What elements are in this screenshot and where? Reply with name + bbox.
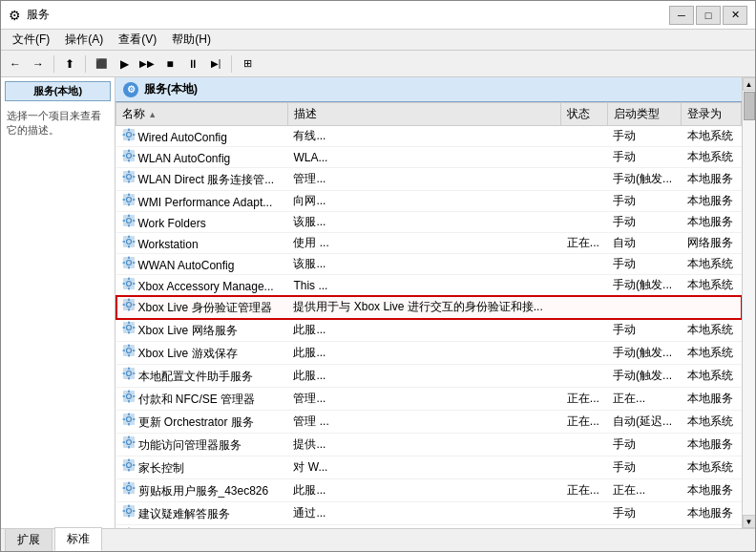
table-row[interactable]: Wired AutoConfig有线...手动本地系统 <box>116 126 742 147</box>
cell-logon: 本地系统 <box>682 342 742 365</box>
svg-rect-98 <box>128 482 130 485</box>
table-row[interactable]: WWAN AutoConfig该服...手动本地系统 <box>116 254 742 275</box>
minimize-button[interactable]: ─ <box>669 6 694 25</box>
table-row[interactable]: WLAN AutoConfigWLA...手动本地系统 <box>116 147 742 168</box>
svg-rect-17 <box>133 176 136 178</box>
toolbar-forward[interactable]: → <box>28 53 49 74</box>
col-name[interactable]: 名称 ▲ <box>116 103 288 126</box>
table-row[interactable]: 功能访问管理器服务提供...手动本地服务 <box>116 434 742 456</box>
menu-view[interactable]: 查看(V) <box>111 30 164 50</box>
scroll-up-arrow[interactable]: ▲ <box>743 77 756 91</box>
toolbar-stop[interactable]: ■ <box>159 53 180 74</box>
col-desc[interactable]: 描述 <box>287 103 560 126</box>
toolbar-btn1[interactable]: ⬛ <box>91 53 112 74</box>
svg-rect-53 <box>133 304 136 306</box>
cell-logon: 本地系统 <box>682 365 742 388</box>
scroll-thumb[interactable] <box>744 92 755 120</box>
cell-name: WWAN AutoConfig <box>116 254 288 275</box>
cell-starttype: 正在... <box>607 388 682 411</box>
svg-rect-33 <box>128 245 130 248</box>
tab-expand[interactable]: 扩展 <box>5 528 52 551</box>
toolbar-properties[interactable]: ⊞ <box>237 53 258 74</box>
cell-status <box>561 319 607 342</box>
cell-name: 剪贴板用户服务_43ec826 <box>116 479 288 502</box>
cell-desc: WLA... <box>287 147 560 168</box>
svg-rect-26 <box>128 215 130 218</box>
table-row[interactable]: 付款和 NFC/SE 管理器管理...正在...正在...本地服务 <box>116 388 742 411</box>
title-bar-text: 服务 <box>27 7 50 23</box>
cell-logon <box>682 296 742 319</box>
toolbar-play2[interactable]: ▶▶ <box>136 53 158 74</box>
cell-status <box>561 212 607 233</box>
toolbar-back[interactable]: ← <box>5 53 26 74</box>
svg-rect-27 <box>128 224 130 227</box>
table-row[interactable]: Xbox Accessory Manage...This ...手动(触发...… <box>116 275 742 296</box>
cell-desc: This ... <box>287 275 560 296</box>
cell-starttype: 手动(触发... <box>607 342 682 365</box>
table-row[interactable]: Work Folders该服...手动本地服务 <box>116 212 742 233</box>
toolbar-pause[interactable]: ⏸ <box>182 53 203 74</box>
cell-starttype: 正在... <box>607 479 682 502</box>
cell-desc: 使用 ... <box>287 233 560 254</box>
menu-help[interactable]: 帮助(H) <box>164 30 219 50</box>
cell-desc: 此服... <box>287 319 560 342</box>
table-row[interactable]: 本地配置文件助手服务此服...手动(触发...本地系统 <box>116 365 742 388</box>
sidebar-title: 服务(本地) <box>5 81 111 101</box>
cell-logon: 本地服务 <box>682 191 742 212</box>
tab-standard[interactable]: 标准 <box>54 527 102 551</box>
cell-desc: 提供... <box>287 434 560 456</box>
col-status[interactable]: 状态 <box>561 103 607 126</box>
table-row[interactable]: 剪贴板用户服务_43ec826此服...正在...正在...本地服务 <box>116 479 742 502</box>
cell-logon: 本地系统 <box>682 254 742 275</box>
table-row[interactable]: 建议疑难解答服务通过...手动本地服务 <box>116 502 742 525</box>
panel-header-icon: ⚙ <box>123 82 138 97</box>
cell-logon: 本地服务 <box>682 434 742 456</box>
svg-rect-65 <box>133 350 136 351</box>
svg-rect-77 <box>133 395 136 397</box>
toolbar-up[interactable]: ⬆ <box>59 53 80 74</box>
svg-rect-101 <box>133 487 136 489</box>
close-button[interactable]: ✕ <box>723 6 747 25</box>
svg-rect-10 <box>122 155 125 157</box>
svg-rect-94 <box>122 464 125 466</box>
col-starttype[interactable]: 启动类型 <box>607 103 682 126</box>
col-logon[interactable]: 登录为 <box>682 103 742 126</box>
scroll-down-arrow[interactable]: ▼ <box>743 515 756 528</box>
table-row[interactable]: Xbox Live 网络服务此服...手动本地系统 <box>116 319 742 342</box>
cell-desc: 管理 ... <box>287 411 560 434</box>
cell-logon: 本地系统 <box>682 275 742 296</box>
right-scrollbar[interactable]: ▲ ▼ <box>742 77 755 528</box>
table-row[interactable]: 家长控制对 W...手动本地系统 <box>116 456 742 479</box>
cell-status <box>561 147 607 168</box>
table-row[interactable]: 更新 Orchestrator 服务管理 ...正在...自动(延迟...本地系… <box>116 411 742 434</box>
services-table: 名称 ▲ 描述 状态 启动类型 登录为 Wired AutoConfig有 <box>116 102 742 528</box>
cell-starttype: 手动 <box>607 212 682 233</box>
menu-file[interactable]: 文件(F) <box>5 30 57 50</box>
cell-starttype: 手动 <box>607 502 682 525</box>
table-container[interactable]: 名称 ▲ 描述 状态 启动类型 登录为 Wired AutoConfig有 <box>116 102 742 528</box>
cell-status <box>561 168 607 191</box>
table-row[interactable]: Xbox Live 游戏保存此服...手动(触发...本地系统 <box>116 342 742 365</box>
menu-bar: 文件(F) 操作(A) 查看(V) 帮助(H) <box>1 30 755 51</box>
table-row[interactable]: WMI Performance Adapt...向网...手动本地服务 <box>116 191 742 212</box>
cell-logon: 本地系统 <box>682 319 742 342</box>
svg-rect-58 <box>122 327 125 329</box>
cell-desc: 此服... <box>287 365 560 388</box>
svg-rect-75 <box>128 400 130 403</box>
app-window: ⚙ 服务 ─ □ ✕ 文件(F) 操作(A) 查看(V) 帮助(H) ← → ⬆… <box>0 0 756 552</box>
svg-rect-15 <box>128 180 130 183</box>
cell-name: WMI Performance Adapt... <box>116 191 288 212</box>
toolbar-play[interactable]: ▶ <box>114 53 135 74</box>
title-bar: ⚙ 服务 ─ □ ✕ <box>1 1 755 30</box>
maximize-button[interactable]: □ <box>696 6 721 25</box>
svg-rect-47 <box>133 283 136 285</box>
table-row[interactable]: Xbox Live 身份验证管理器提供用于与 Xbox Live 进行交互的身份… <box>116 296 742 319</box>
toolbar-restart[interactable]: ▶| <box>205 53 226 74</box>
svg-rect-39 <box>128 266 130 269</box>
table-row[interactable]: WLAN Direct 服务连接管...管理...手动(触发...本地服务 <box>116 168 742 191</box>
sidebar: 服务(本地) 选择一个项目来查看它的描述。 <box>1 77 116 528</box>
svg-rect-70 <box>122 372 125 374</box>
menu-action[interactable]: 操作(A) <box>57 30 111 50</box>
table-row[interactable]: Workstation使用 ...正在...自动网络服务 <box>116 233 742 254</box>
svg-rect-4 <box>122 134 125 136</box>
